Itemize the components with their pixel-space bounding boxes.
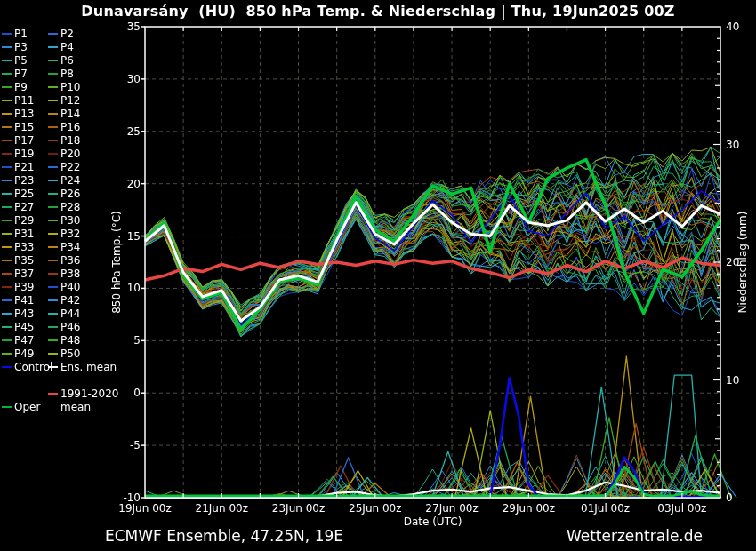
oper-swatch [2, 406, 12, 408]
member-swatch [2, 100, 12, 101]
legend-item-climate-mean-line2: mean [48, 402, 91, 413]
legend-item-p22: P22 [48, 162, 81, 173]
legend-label: P9 [14, 81, 28, 93]
legend-item-p39: P39 [2, 282, 35, 293]
member-swatch [2, 299, 12, 301]
legend-item-p41: P41 [2, 295, 35, 307]
y-left-tick: 0 [109, 387, 141, 398]
meteogram-page: Dunavarsány (HU) 850 hPa Temp. & Nieders… [0, 0, 756, 551]
legend-label: P11 [14, 94, 35, 107]
legend-item-p18: P18 [48, 135, 81, 147]
legend-label: Oper [14, 401, 40, 413]
legend-item-p16: P16 [48, 122, 81, 133]
member-swatch [48, 220, 58, 221]
legend-item-p35: P35 [2, 255, 35, 267]
y-left-tick: 20 [109, 179, 141, 189]
y-right-tick: 0 [726, 492, 733, 503]
member-swatch [2, 220, 12, 221]
legend-item-p29: P29 [2, 215, 35, 227]
legend-item-p8: P8 [48, 68, 74, 80]
member-swatch [2, 113, 12, 115]
member-swatch [2, 126, 12, 128]
member-swatch [48, 60, 58, 61]
legend-label: P29 [14, 214, 35, 227]
x-axis-title: Date (UTC) [145, 515, 720, 528]
legend-label: P6 [60, 54, 74, 67]
legend-item-p37: P37 [2, 268, 35, 280]
legend-item-control: Control [2, 362, 52, 373]
legend-label: P43 [14, 307, 35, 320]
member-swatch [2, 166, 12, 168]
legend-item-p23: P23 [2, 175, 35, 187]
member-swatch [2, 193, 12, 195]
legend-label: P41 [14, 294, 35, 307]
legend-item-p43: P43 [2, 308, 35, 320]
legend-label: P42 [60, 294, 81, 307]
legend-label: P33 [14, 241, 35, 253]
legend-item-p50: P50 [48, 348, 81, 360]
legend-item-p46: P46 [48, 322, 81, 333]
x-tick: 19Jun 00z [108, 502, 182, 515]
legend-label: P20 [60, 148, 81, 160]
member-swatch [2, 286, 12, 288]
legend-item-p13: P13 [2, 108, 35, 120]
legend-item-p42: P42 [48, 295, 81, 307]
member-swatch [48, 126, 58, 128]
legend-label: P40 [60, 281, 81, 293]
legend-item-p38: P38 [48, 268, 81, 280]
legend-label: P10 [60, 81, 81, 93]
y-left-tick: 5 [109, 335, 141, 346]
legend-label: P16 [60, 121, 81, 133]
x-tick: 25Jun 00z [338, 502, 413, 515]
control-swatch [2, 366, 12, 368]
footer-model-location: ECMWF Ensemble, 47.25N, 19E [105, 527, 343, 545]
legend-item-p47: P47 [2, 335, 35, 347]
legend-label: Ens. mean [60, 361, 117, 373]
member-swatch [48, 339, 58, 341]
legend-item-p9: P9 [2, 82, 28, 93]
legend-item-p44: P44 [48, 308, 81, 320]
member-swatch [2, 60, 12, 61]
legend-item-p36: P36 [48, 255, 81, 267]
x-tick: 29Jun 00z [491, 502, 566, 515]
legend-label: P25 [14, 188, 35, 200]
legend-item-p3: P3 [2, 42, 28, 53]
legend-label: P18 [60, 134, 81, 147]
y-left-tick: 25 [109, 126, 141, 137]
member-swatch [48, 273, 58, 275]
member-swatch [2, 140, 12, 141]
legend-label: P5 [14, 54, 28, 67]
legend-label: P17 [14, 134, 35, 147]
legend-item-p15: P15 [2, 122, 35, 133]
legend-item-p2: P2 [48, 28, 74, 40]
legend-label: P1 [14, 28, 28, 40]
legend-label: P32 [60, 228, 81, 240]
legend-item-p19: P19 [2, 148, 35, 160]
member-swatch [2, 246, 12, 248]
legend-label: P36 [60, 254, 81, 267]
legend-item-p32: P32 [48, 228, 81, 240]
legend-item-p34: P34 [48, 242, 81, 253]
legend-label: P31 [14, 228, 35, 240]
legend-item-p7: P7 [2, 68, 28, 80]
legend-item-p24: P24 [48, 175, 81, 187]
member-swatch [2, 260, 12, 261]
legend-label: P28 [60, 201, 81, 213]
x-tick: 03Jul 00z [645, 502, 720, 515]
member-swatch [2, 206, 12, 208]
legend-label: P49 [14, 347, 35, 360]
y-left-tick: 35 [109, 21, 141, 32]
member-swatch [48, 326, 58, 328]
member-swatch [48, 86, 58, 88]
y-right-tick: 30 [726, 140, 739, 150]
legend-label: P37 [14, 268, 35, 280]
legend-item-p25: P25 [2, 188, 35, 200]
member-swatch [48, 286, 58, 288]
legend-item-p20: P20 [48, 148, 81, 160]
member-swatch [2, 313, 12, 315]
member-swatch [2, 73, 12, 75]
legend-label: Control [14, 361, 52, 373]
legend-label: P26 [60, 188, 81, 200]
legend-label: P30 [60, 214, 81, 227]
y-right-axis-title: Niederschlag (mm) [736, 212, 749, 314]
